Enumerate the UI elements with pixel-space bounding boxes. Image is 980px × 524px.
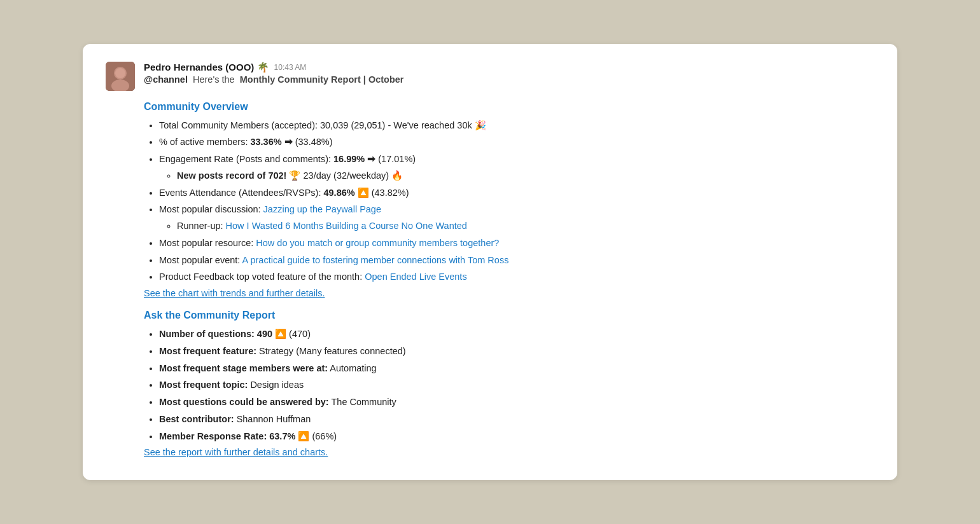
list-item: Runner-up: How I Wasted 6 Months Buildin… [177,219,874,233]
list-item: Most frequent feature: Strategy (Many fe… [159,345,874,359]
message-content: Community Overview Total Community Membe… [106,101,874,458]
sub-list: Runner-up: How I Wasted 6 Months Buildin… [159,219,874,233]
message-card: Pedro Hernandes (OOO) 🌴 10:43 AM @channe… [83,44,897,481]
list-item: Total Community Members (accepted): 30,0… [159,119,874,133]
list-item: Member Response Rate: 63.7% 🔼 (66%) [159,430,874,444]
list-item: Most popular resource: How do you match … [159,237,874,251]
message-meta: Pedro Hernandes (OOO) 🌴 10:43 AM @channe… [144,62,404,85]
list-item: Most popular discussion: Jazzing up the … [159,203,874,233]
ask-community-list: Number of questions: 490 🔼 (470) Most fr… [144,328,874,443]
intro-text: Here's the [193,74,235,85]
list-item: New posts record of 702! 🏆 23/day (32/we… [177,169,874,183]
list-item: Most frequent stage members were at: Aut… [159,362,874,376]
svg-point-3 [115,68,125,78]
report-details-link[interactable]: See the report with further details and … [144,447,874,457]
chart-trends-link[interactable]: See the chart with trends and further de… [144,288,874,298]
popular-resource-link[interactable]: How do you match or group community memb… [256,238,499,248]
list-item: Most frequent topic: Design ideas [159,378,874,392]
community-overview-heading: Community Overview [144,101,874,113]
sender-row: Pedro Hernandes (OOO) 🌴 10:43 AM [144,62,404,73]
list-item: Best contributor: Shannon Huffman [159,413,874,427]
intro-bold: Monthly Community Report | October [240,74,404,85]
sub-list: New posts record of 702! 🏆 23/day (32/we… [159,169,874,183]
popular-discussion-link[interactable]: Jazzing up the Paywall Page [263,204,381,214]
ask-community-section: Ask the Community Report Number of quest… [144,310,874,457]
sender-name: Pedro Hernandes (OOO) 🌴 [144,62,269,73]
runner-up-link[interactable]: How I Wasted 6 Months Building a Course … [226,221,467,231]
message-header: Pedro Hernandes (OOO) 🌴 10:43 AM @channe… [106,62,874,91]
ask-community-heading: Ask the Community Report [144,310,874,321]
list-item: Most questions could be answered by: The… [159,396,874,410]
popular-event-link[interactable]: A practical guide to fostering member co… [242,255,509,265]
list-item: Events Attendance (Attendees/RVSPs): 49.… [159,186,874,200]
list-item: Engagement Rate (Posts and comments): 16… [159,153,874,183]
list-item: Most popular event: A practical guide to… [159,254,874,268]
list-item: % of active members: 33.36% ➡ (33.48%) [159,135,874,149]
channel-tag: @channel [144,74,188,85]
timestamp: 10:43 AM [274,63,307,72]
product-feedback-link[interactable]: Open Ended Live Events [365,272,466,282]
community-overview-list: Total Community Members (accepted): 30,0… [144,119,874,285]
list-item: Product Feedback top voted feature of th… [159,270,874,284]
community-overview-section: Community Overview Total Community Membe… [144,101,874,299]
avatar [106,62,135,91]
list-item: Number of questions: 490 🔼 (470) [159,328,874,341]
channel-line: @channel Here's the Monthly Community Re… [144,74,404,85]
